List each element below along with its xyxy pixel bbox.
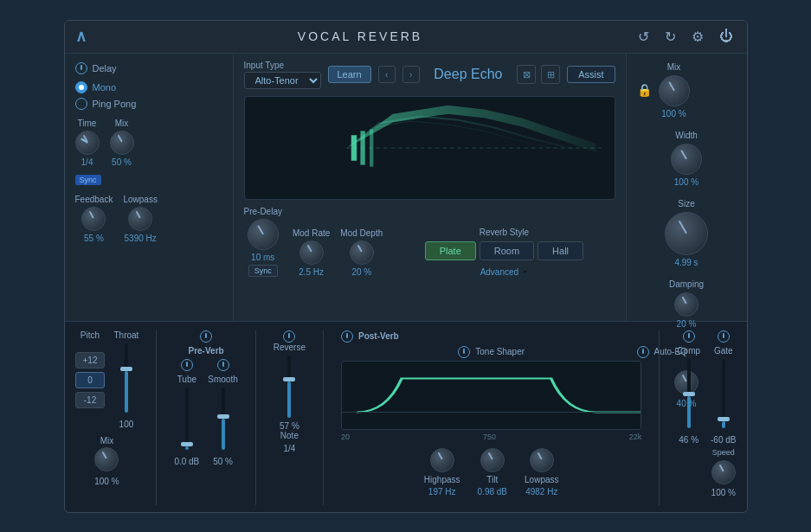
waveform-svg — [245, 97, 615, 199]
comp-gate-section: Comp 46 % Gate -60 dB Spee — [677, 330, 736, 497]
preverb-power[interactable] — [200, 330, 212, 343]
smooth-power[interactable] — [217, 359, 229, 371]
reverse-label: Reverse — [274, 343, 306, 352]
time-knob[interactable] — [75, 131, 100, 155]
input-row: Input Type Alto-Tenor Learn ‹ › Deep Ech… — [244, 61, 615, 89]
pitch-plus12[interactable]: +12 — [75, 352, 106, 369]
highpass-value: 197 Hz — [428, 487, 456, 497]
preset-menu-button[interactable]: ⊞ — [541, 65, 560, 84]
tone-knobs-row: Highpass 197 Hz Tilt 0.98 dB Lowpass 498… — [424, 448, 559, 497]
lowpass-knob[interactable] — [128, 207, 152, 231]
undo-button[interactable]: ↺ — [634, 27, 653, 47]
tilt-knob[interactable] — [480, 448, 505, 472]
preset-save-button[interactable]: ⊠ — [517, 65, 536, 84]
mix-knob[interactable] — [110, 131, 134, 155]
mono-radio[interactable]: Mono — [75, 81, 222, 93]
lowpass-label: Lowpass — [123, 195, 157, 204]
width-section: Width 100 % — [637, 131, 737, 187]
reverse-fader[interactable] — [287, 356, 291, 418]
svg-marker-1 — [346, 115, 573, 149]
postverb-section: Post-Verb Tone Shaper 20 — [341, 330, 641, 497]
comp-fader[interactable] — [687, 359, 691, 428]
redo-button[interactable]: ↻ — [661, 27, 679, 47]
tone-freq-labels: 20 750 22k — [341, 433, 641, 441]
learn-button[interactable]: Learn — [328, 66, 371, 83]
size-knob[interactable] — [665, 212, 708, 255]
comp-value: 46 % — [679, 435, 698, 445]
predelay-sync-button[interactable]: Sync — [248, 265, 278, 277]
reverse-power[interactable] — [283, 330, 295, 343]
pitch-mix-knob[interactable] — [94, 447, 119, 471]
mod-rate-knob[interactable] — [299, 240, 324, 265]
top-section: Delay Mono Ping Pong Time — [65, 54, 747, 322]
plate-button[interactable]: Plate — [425, 241, 476, 260]
feedback-knob[interactable] — [81, 207, 106, 231]
input-type-select[interactable]: Alto-Tenor — [244, 72, 321, 89]
smooth-fader[interactable] — [222, 388, 225, 450]
pitch-mix-group: Mix 100 % — [94, 436, 119, 486]
prev-preset-button[interactable]: ‹ — [378, 66, 396, 83]
tube-smooth-row: Tube 0.0 dB Smooth — [174, 359, 237, 466]
next-preset-button[interactable]: › — [402, 66, 420, 83]
postverb-label: Post-Verb — [358, 331, 399, 341]
throat-fader[interactable] — [125, 343, 128, 413]
gate-power[interactable] — [718, 330, 730, 343]
svg-rect-5 — [360, 131, 364, 164]
time-value: 1/4 — [81, 157, 93, 167]
pitch-minus12[interactable]: -12 — [75, 392, 106, 408]
room-button[interactable]: Room — [480, 241, 534, 260]
plugin-title: VOCAL REVERB — [298, 29, 422, 43]
reverse-note-value: 1/4 — [283, 444, 295, 453]
pitch-throat-section: Pitch +12 0 -12 Throat — [75, 330, 139, 486]
delay-time-mix-row: Time 1/4 Mix 50 % — [75, 119, 222, 167]
pingpong-radio-circle — [75, 98, 87, 110]
power-button[interactable]: ⏻ — [716, 27, 737, 46]
gate-fader[interactable] — [722, 359, 725, 428]
smooth-label: Smooth — [208, 375, 237, 384]
advanced-row: Advanced ⌄ — [480, 264, 528, 277]
mod-depth-label: Mod Depth — [340, 228, 383, 238]
lowpass-tone-value: 4982 Hz — [525, 487, 557, 497]
settings-button[interactable]: ⚙ — [688, 27, 707, 47]
predelay-label: Pre-Delay — [244, 207, 282, 216]
lock-row: 🔒 Mix 100 % — [637, 62, 737, 119]
tone-curve-svg — [342, 362, 640, 429]
tone-power[interactable] — [458, 346, 470, 358]
delay-label: Delay — [93, 63, 117, 74]
mod-depth-knob[interactable] — [350, 240, 374, 265]
pitch-throat-row: Pitch +12 0 -12 Throat — [75, 330, 139, 429]
tone-shaper-display — [341, 361, 641, 430]
lowpass-tone-group: Lowpass 4982 Hz — [525, 448, 558, 497]
width-knob[interactable] — [671, 144, 702, 175]
time-label: Time — [78, 119, 97, 128]
pingpong-radio[interactable]: Ping Pong — [75, 98, 222, 110]
right-panel: 🔒 Mix 100 % Width 100 % Size 4.99 s — [626, 54, 747, 321]
mix-label: Mix — [115, 119, 129, 128]
assist-button[interactable]: Assist — [567, 66, 615, 83]
pitch-mix-value: 100 % — [94, 477, 119, 486]
speed-knob[interactable] — [711, 460, 736, 484]
smooth-value: 50 % — [213, 457, 233, 466]
pitch-zero[interactable]: 0 — [75, 372, 106, 388]
predelay-knob[interactable] — [248, 219, 279, 250]
gate-db-value: -60 dB — [711, 435, 736, 445]
comp-power[interactable] — [683, 330, 695, 343]
mix-right-knob[interactable] — [659, 75, 690, 106]
postverb-power[interactable] — [341, 330, 353, 343]
mono-label: Mono — [93, 82, 117, 93]
tube-power[interactable] — [181, 359, 193, 371]
damping-knob[interactable] — [674, 292, 698, 317]
delay-power-button[interactable] — [75, 62, 87, 74]
advanced-link[interactable]: Advanced — [480, 267, 518, 277]
lock-icon[interactable]: 🔒 — [637, 83, 652, 97]
sync-badge: Sync — [75, 175, 101, 185]
waveform-display — [244, 96, 615, 200]
hall-button[interactable]: Hall — [537, 241, 583, 260]
lowpass-tone-knob[interactable] — [530, 448, 554, 472]
mix-knob-group: Mix 50 % — [110, 119, 134, 167]
tube-fader[interactable] — [185, 388, 189, 450]
highpass-label: Highpass — [424, 475, 460, 484]
highpass-knob[interactable] — [430, 448, 454, 472]
highpass-group: Highpass 197 Hz — [424, 448, 460, 497]
damping-label: Damping — [669, 279, 704, 289]
